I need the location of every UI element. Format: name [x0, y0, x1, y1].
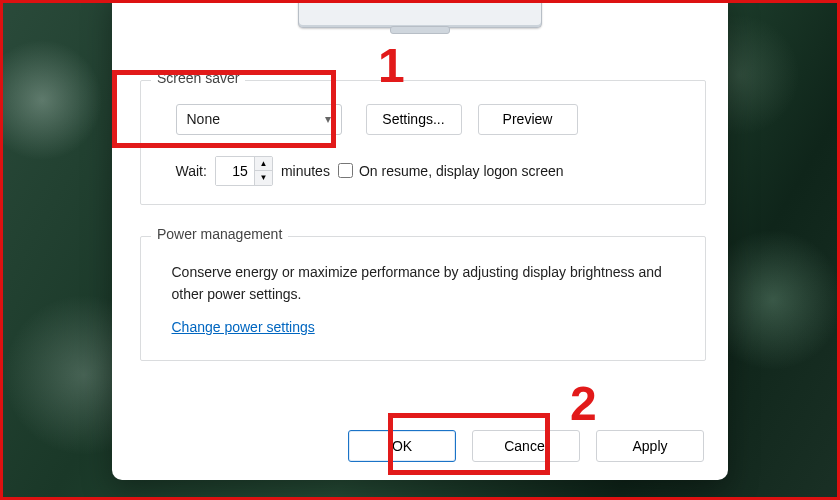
- screensaver-dialog: Screen saver None ▾ Settings... Preview …: [112, 0, 728, 480]
- wait-spinner[interactable]: ▲ ▼: [215, 156, 273, 186]
- preview-monitor-stand: [390, 26, 450, 34]
- settings-button[interactable]: Settings...: [366, 104, 462, 135]
- screensaver-legend: Screen saver: [151, 70, 245, 86]
- wait-label: Wait:: [176, 163, 207, 179]
- wait-value[interactable]: [216, 157, 254, 185]
- screensaver-selected: None: [187, 111, 220, 127]
- power-group: Power management Conserve energy or maxi…: [140, 236, 706, 361]
- preview-monitor: [298, 0, 542, 28]
- ok-button-label: OK: [392, 438, 412, 454]
- on-resume-label: On resume, display logon screen: [359, 163, 564, 179]
- power-legend: Power management: [151, 226, 288, 242]
- cancel-button-label: Cancel: [504, 438, 548, 454]
- on-resume-checkbox-input[interactable]: [338, 163, 353, 178]
- settings-button-label: Settings...: [382, 111, 444, 127]
- minutes-label: minutes: [281, 163, 330, 179]
- spinner-down-icon[interactable]: ▼: [255, 171, 272, 185]
- on-resume-checkbox[interactable]: On resume, display logon screen: [338, 163, 564, 179]
- apply-button[interactable]: Apply: [596, 430, 704, 462]
- change-power-settings-link[interactable]: Change power settings: [172, 319, 315, 335]
- apply-button-label: Apply: [632, 438, 667, 454]
- cancel-button[interactable]: Cancel: [472, 430, 580, 462]
- wait-row: Wait: ▲ ▼ minutes On resume, display log…: [176, 156, 564, 186]
- ok-button[interactable]: OK: [348, 430, 456, 462]
- screensaver-dropdown[interactable]: None ▾: [176, 104, 342, 135]
- screensaver-group: Screen saver None ▾ Settings... Preview …: [140, 80, 706, 205]
- power-desc: Conserve energy or maximize performance …: [172, 262, 675, 305]
- chevron-down-icon: ▾: [325, 112, 331, 126]
- spinner-up-icon[interactable]: ▲: [255, 157, 272, 172]
- annotation-2-number: 2: [570, 376, 597, 431]
- annotation-1-number: 1: [378, 38, 405, 93]
- preview-button-label: Preview: [503, 111, 553, 127]
- dialog-button-row: OK Cancel Apply: [348, 430, 704, 462]
- preview-button[interactable]: Preview: [478, 104, 578, 135]
